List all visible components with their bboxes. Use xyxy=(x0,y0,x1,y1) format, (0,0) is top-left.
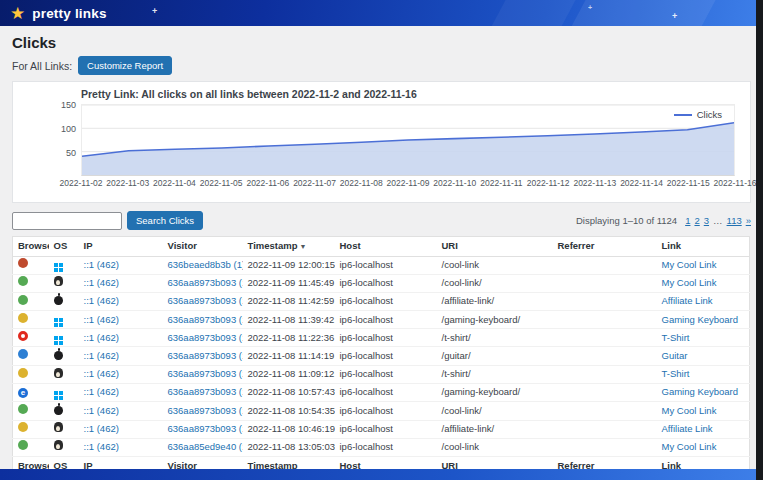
ip-link[interactable]: ::1 (462) xyxy=(84,405,119,416)
visitor-link[interactable]: 636aa8973b093 (1) xyxy=(168,314,243,325)
clicks-series-line-icon xyxy=(674,114,692,116)
search-input[interactable] xyxy=(12,212,122,230)
visitor-link[interactable]: 636aa8973b093 (1) xyxy=(168,368,243,379)
uri-cell: /t-shirt/ xyxy=(437,366,553,384)
pagination-page-2[interactable]: 2 xyxy=(694,215,699,226)
host-cell: ip6-localhost xyxy=(335,384,437,402)
pretty-link-link[interactable]: My Cool Link xyxy=(662,441,717,452)
safari-browser-icon xyxy=(18,349,28,359)
linux-os-icon xyxy=(54,368,63,378)
visitor-link[interactable]: 636aa8973b093 (1) xyxy=(168,423,243,434)
pagination-page-3[interactable]: 3 xyxy=(704,215,709,226)
pagination-page-»[interactable]: » xyxy=(746,215,751,226)
x-axis-label: 2022-11-07 xyxy=(293,178,336,188)
pretty-link-link[interactable]: My Cool Link xyxy=(662,277,717,288)
visitor-link[interactable]: 636aa8973b093 (1) xyxy=(168,295,243,306)
pretty-link-link[interactable]: T-Shirt xyxy=(662,332,690,343)
topbar-facet-decoration xyxy=(560,0,722,26)
y-axis-label: 100 xyxy=(48,124,76,134)
ip-link[interactable]: ::1 (462) xyxy=(84,295,119,306)
ip-link[interactable]: ::1 (462) xyxy=(84,386,119,397)
host-cell: ip6-localhost xyxy=(335,366,437,384)
column-header-browser[interactable]: Browser xyxy=(13,237,49,257)
column-header-link[interactable]: Link xyxy=(657,237,750,257)
search-clicks-button[interactable]: Search Clicks xyxy=(127,211,203,230)
visitor-link[interactable]: 636aa8973b093 (1) xyxy=(168,405,243,416)
timestamp-cell: 2022-11-08 11:22:36 xyxy=(243,329,335,347)
bottom-accent-bar xyxy=(0,469,756,480)
x-axis-label: 2022-11-13 xyxy=(573,178,616,188)
pagination-ellipsis: … xyxy=(713,215,723,226)
pagination-page-113[interactable]: 113 xyxy=(727,215,742,226)
visitor-link[interactable]: 636aa85ed9e40 (1) xyxy=(168,441,243,452)
y-axis-label: 150 xyxy=(48,100,76,110)
chrome-browser-icon xyxy=(18,368,28,378)
visitor-link[interactable]: 636aa8973b093 (1) xyxy=(168,332,243,343)
brand-topbar: ★ pretty links + + + xyxy=(0,0,756,26)
brand-name: pretty links xyxy=(32,6,106,21)
pretty-link-link[interactable]: My Cool Link xyxy=(662,405,717,416)
sparkle-icon: + xyxy=(672,11,677,21)
x-axis-label: 2022-11-09 xyxy=(387,178,430,188)
pretty-link-link[interactable]: Affiliate Link xyxy=(662,423,713,434)
legend-label: Clicks xyxy=(697,109,722,120)
visitor-link[interactable]: 636aa8973b093 (1) xyxy=(168,386,243,397)
visitor-link[interactable]: 636beaed8b3b (1) xyxy=(168,259,243,270)
host-cell: ip6-localhost xyxy=(335,311,437,329)
customize-report-button[interactable]: Customize Report xyxy=(78,56,172,75)
ip-link[interactable]: ::1 (462) xyxy=(84,441,119,452)
click-row: ::1 (462)636aa8973b093 (1)2022-11-08 11:… xyxy=(13,311,750,329)
timestamp-cell: 2022-11-08 11:39:42 xyxy=(243,311,335,329)
referrer-cell xyxy=(553,384,657,402)
x-axis-label: 2022-11-11 xyxy=(480,178,522,188)
ip-link[interactable]: ::1 (462) xyxy=(84,259,119,270)
chrome-browser-icon xyxy=(18,440,28,450)
chart-title: Pretty Link: All clicks on all links bet… xyxy=(81,88,742,100)
column-header-os[interactable]: OS xyxy=(49,237,79,257)
column-header-timestamp[interactable]: Timestamp ▼ xyxy=(243,237,335,257)
click-row: ::1 (462)636aa8973b093 (1)2022-11-08 10:… xyxy=(13,420,750,438)
referrer-cell xyxy=(553,329,657,347)
uri-cell: /affiliate-link/ xyxy=(437,420,553,438)
ip-link[interactable]: ::1 (462) xyxy=(84,350,119,361)
referrer-cell xyxy=(553,402,657,421)
timestamp-cell: 2022-11-09 11:45:49 xyxy=(243,274,335,292)
uri-cell: /cool-link/ xyxy=(437,402,553,421)
ip-link[interactable]: ::1 (462) xyxy=(84,332,119,343)
column-header-referrer[interactable]: Referrer xyxy=(553,237,657,257)
chrome-browser-icon xyxy=(18,422,28,432)
click-row: ::1 (462)636aa85ed9e40 (1)2022-11-08 13:… xyxy=(13,438,750,456)
table-header: BrowserOSIPVisitorTimestamp ▼HostURIRefe… xyxy=(13,237,750,257)
opera-browser-icon xyxy=(18,331,28,341)
click-row: ::1 (462)636aa8973b093 (1)2022-11-09 11:… xyxy=(13,274,750,292)
ip-link[interactable]: ::1 (462) xyxy=(84,368,119,379)
pretty-link-link[interactable]: Guitar xyxy=(662,350,688,361)
mac-os-icon xyxy=(54,406,63,415)
ip-link[interactable]: ::1 (462) xyxy=(84,423,119,434)
column-header-host[interactable]: Host xyxy=(335,237,437,257)
referrer-cell xyxy=(553,420,657,438)
ip-link[interactable]: ::1 (462) xyxy=(84,277,119,288)
visitor-link[interactable]: 636aa8973b093 (1) xyxy=(168,350,243,361)
pretty-link-link[interactable]: Gaming Keyboard xyxy=(662,386,739,397)
column-header-ip[interactable]: IP xyxy=(79,237,163,257)
mac-os-icon xyxy=(54,351,63,360)
area-chart xyxy=(82,105,734,175)
pretty-link-link[interactable]: Affiliate Link xyxy=(662,295,713,306)
pagination-page-1[interactable]: 1 xyxy=(685,215,690,226)
x-axis-label: 2022-11-05 xyxy=(200,178,243,188)
pretty-link-link[interactable]: T-Shirt xyxy=(662,368,690,379)
edge-browser-icon: e xyxy=(18,388,28,398)
column-header-visitor[interactable]: Visitor xyxy=(163,237,243,257)
click-row: ::1 (462)636aa8973b093 (1)2022-11-08 11:… xyxy=(13,366,750,384)
linux-os-icon xyxy=(54,440,63,450)
ip-link[interactable]: ::1 (462) xyxy=(84,314,119,325)
uri-cell: /gaming-keyboard/ xyxy=(437,384,553,402)
pretty-link-link[interactable]: My Cool Link xyxy=(662,259,717,270)
pretty-link-link[interactable]: Gaming Keyboard xyxy=(662,314,739,325)
column-header-uri[interactable]: URI xyxy=(437,237,553,257)
x-axis-label: 2022-11-06 xyxy=(246,178,289,188)
host-cell: ip6-localhost xyxy=(335,420,437,438)
visitor-link[interactable]: 636aa8973b093 (1) xyxy=(168,277,243,288)
referrer-cell xyxy=(553,311,657,329)
